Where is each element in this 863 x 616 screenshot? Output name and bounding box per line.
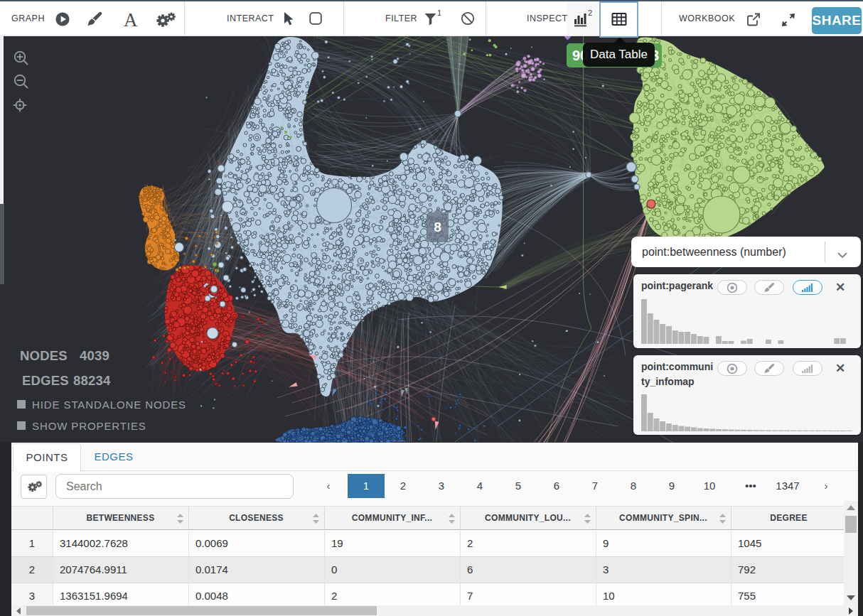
svg-text:2: 2 bbox=[588, 9, 592, 17]
svg-text:1: 1 bbox=[437, 10, 441, 17]
